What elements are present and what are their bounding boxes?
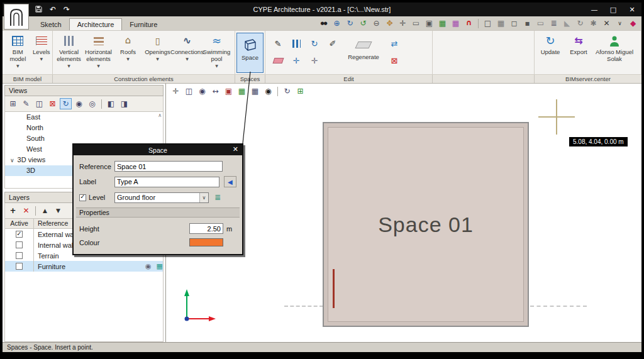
delete-view-icon[interactable]: ⊠ [47,98,58,109]
close-button[interactable]: ✕ [623,6,641,14]
space-tool-button[interactable]: Space [236,33,264,73]
previous-zoom-icon[interactable]: ▭ [410,18,422,29]
levels-button[interactable]: Levels ▼ [32,33,51,61]
level-select[interactable]: Ground floor ∨ [114,192,209,203]
orbit-cube-icon[interactable]: ◫ [183,86,195,97]
eraser-icon[interactable] [272,55,284,66]
label-input[interactable] [114,177,219,187]
zoom-extents-icon[interactable]: ▣ [423,18,435,29]
displace-icon[interactable]: ✛ [308,55,321,66]
table-icon[interactable]: ▦ [249,86,261,97]
level-checkbox[interactable]: ✓ [79,194,86,201]
layer-checkbox[interactable] [16,263,23,270]
display-options-icon[interactable]: □ [482,18,494,29]
grid-icon[interactable]: ▦ [495,18,507,29]
zoom-window-icon[interactable]: ⊕ [331,18,343,29]
view-item-north[interactable]: North [5,123,163,133]
capture-icon[interactable]: ▣ [223,86,235,97]
vertical-elements-button[interactable]: Vertical elements ▼ [54,33,84,68]
tab-furniture[interactable]: Furniture [122,19,165,30]
horizontal-elements-button[interactable]: Horizontal elements ▼ [84,33,113,68]
move-icon[interactable]: ✛ [290,55,303,66]
layer-checkbox[interactable] [16,241,23,248]
dialog-close-icon[interactable]: ✕ [233,145,238,153]
edit-view-icon[interactable]: ✎ [20,98,32,109]
dialog-titlebar[interactable]: Space ✕ [74,145,242,155]
measure-pencil-icon[interactable]: ✐ [326,38,339,49]
next-view-icon[interactable]: ◨ [118,98,130,109]
maximize-button[interactable]: □ [604,6,623,14]
refresh-icon[interactable]: ↻ [281,86,293,97]
rotate-icon[interactable]: ↻ [308,38,321,49]
print-view-icon[interactable]: ◎ [86,98,98,109]
export-sheet-icon[interactable]: ▦ [436,18,448,29]
update-view-icon[interactable]: ↻ [60,98,72,109]
eye-icon[interactable]: ◉ [145,262,152,270]
orbit-icon[interactable]: ↻ [344,18,356,29]
move-view-icon[interactable]: ✛ [397,18,409,29]
settings-icon[interactable]: ✱ [587,18,599,29]
parallel-copies-icon[interactable] [290,38,303,49]
save-icon[interactable] [35,4,42,15]
redo-icon[interactable]: ↷ [64,6,70,13]
colour-swatch[interactable] [189,238,223,246]
layer-grid-icon[interactable]: ▦ [157,262,163,270]
view-item-east[interactable]: East [5,112,163,123]
delete-layer-icon[interactable]: ✕ [20,205,32,216]
update-button[interactable]: ↻ Update [536,33,565,56]
bimserver-user-button[interactable]: Afonso Miguel Solak [592,33,636,63]
move-layer-up-icon[interactable]: ▲ [39,205,51,216]
export-button[interactable]: ⇆ Export [565,33,592,56]
openings-button[interactable]: ▯ Openings ▼ [143,33,172,61]
bim-model-button[interactable]: BIM model ▼ [4,33,32,68]
duplicate-view-icon[interactable]: ◫ [33,98,45,109]
lem-icon[interactable]: ≣ [548,18,560,29]
search-icon[interactable]: ●● [318,18,330,29]
eye-icon[interactable]: ◉ [262,86,274,97]
export-cad-icon[interactable]: ▦ [450,18,462,29]
room-space-01[interactable]: Space 01 [323,122,529,327]
layer-checkbox[interactable]: ✓ [16,231,23,238]
visibility-icon[interactable]: ◉ [196,86,208,97]
minimize-button[interactable]: — [585,6,604,14]
add-layer-icon[interactable]: + [7,205,19,216]
swimming-pool-button[interactable]: ≈ Swimming pool ▼ [202,33,231,68]
redraw-icon[interactable]: ↺ [357,18,369,29]
reference-input[interactable] [114,161,223,172]
scroll-up-icon[interactable]: ∧ [158,113,162,118]
new-view-icon[interactable]: ⊞ [7,98,19,109]
view-item-south[interactable]: South [5,133,163,144]
measure-icon[interactable]: ↔ [209,86,221,97]
undo-icon[interactable]: ↶ [50,6,56,13]
back-arrow-button[interactable]: ◀ [224,176,236,187]
height-input[interactable] [189,223,223,234]
gem-icon[interactable]: ◆ [627,18,639,29]
magnet-icon[interactable]: ∪ [463,18,475,29]
point-snap-icon[interactable]: ▪ [521,18,533,29]
edit-pencil-icon[interactable]: ✎ [272,38,284,49]
chevron-down-icon[interactable]: ∨ [614,18,626,29]
zoom-out-icon[interactable]: ⊖ [370,18,382,29]
set-square-icon[interactable]: ◣ [561,18,573,29]
pan-icon[interactable]: ✥ [384,18,396,29]
tab-sketch[interactable]: Sketch [33,19,69,30]
move-layer-down-icon[interactable]: ▼ [52,205,64,216]
previous-view-icon[interactable]: ◧ [105,98,117,109]
door-delete-icon[interactable]: ⊠ [388,55,401,66]
camera-view-icon[interactable]: ◉ [73,98,85,109]
tab-architecture[interactable]: Architecture [69,18,123,30]
cancel-icon[interactable]: ✕ [601,18,613,29]
plumb-icon[interactable]: ✛ [170,86,182,97]
roofs-button[interactable]: ⌂ Roofs ▼ [113,33,143,61]
grid-plus-icon[interactable]: ⊞ [294,86,306,97]
connections-button[interactable]: ∿ Connections ▼ [172,33,202,61]
export-sheet-icon[interactable]: ▦ [236,86,248,97]
layer-row-furniture[interactable]: Furniture ◉ ▦ [5,261,163,272]
regenerate-button[interactable]: Regenerate [343,35,384,66]
rotate-view-icon[interactable]: ↻ [574,18,586,29]
level-manager-icon[interactable]: ≣ [212,192,223,203]
layer-checkbox[interactable] [16,252,23,259]
ruler-icon[interactable]: ▭ [535,18,547,29]
snap-icon[interactable]: ◻ [508,18,520,29]
door-swap-icon[interactable]: ⇄ [388,38,401,49]
